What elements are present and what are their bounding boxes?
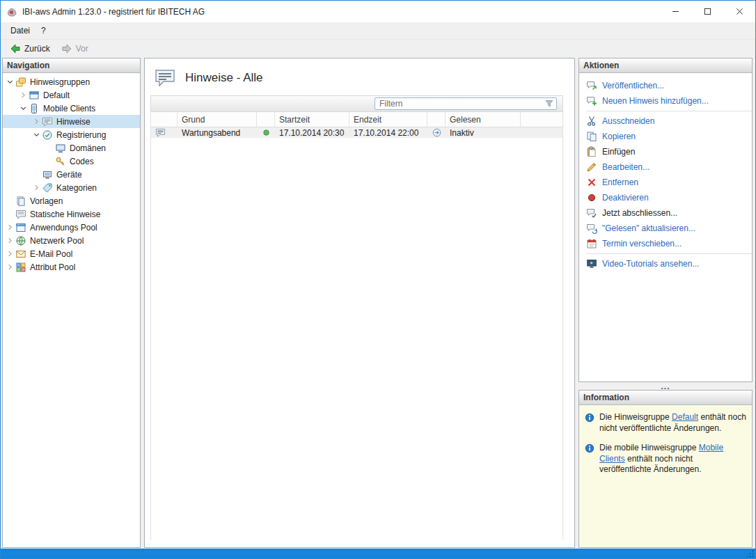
action-veroffentlichen[interactable]: Veröffentlichen... — [579, 78, 752, 93]
column-header-blank[interactable] — [257, 112, 275, 127]
action-video-tutorials-ansehen[interactable]: Video-Tutorials ansehen... — [579, 256, 752, 271]
minimize-button[interactable] — [659, 1, 691, 22]
video-icon — [586, 258, 597, 269]
info-link-default[interactable]: Default — [672, 412, 698, 422]
information-panel-header: Information — [579, 391, 752, 405]
navigation-panel-header: Navigation — [3, 58, 140, 73]
expand-chevron-icon[interactable] — [5, 262, 15, 272]
resize-grip[interactable] — [746, 549, 755, 558]
reschedule-icon — [586, 238, 597, 249]
table-row-wartungsabend[interactable]: Wartungsabend17.10.2014 20:3017.10.2014 … — [151, 127, 562, 138]
action-label: Deaktivieren — [602, 193, 649, 203]
column-header-blank[interactable] — [427, 112, 446, 127]
menu-help[interactable]: ? — [36, 24, 52, 38]
action-label: Veröffentlichen... — [602, 81, 664, 90]
action-kopieren[interactable]: Kopieren — [579, 129, 752, 144]
maximize-button[interactable] — [691, 1, 723, 22]
action-entfernen[interactable]: Entfernen — [579, 175, 752, 190]
window-title: IBI-aws Admin 1.23.0 - registriert für I… — [22, 7, 205, 17]
info-text: Die mobile Hinweisgruppe Mobile Clients … — [599, 443, 746, 475]
action-deaktivieren[interactable]: Deaktivieren — [579, 190, 752, 205]
edit-icon — [586, 162, 597, 173]
back-button[interactable]: Zurück — [5, 42, 55, 56]
table-header: GrundStartzeitEndzeitGelesen — [151, 112, 562, 127]
nav-item-statische-hinweise[interactable]: Statische Hinweise — [3, 207, 140, 221]
expand-chevron-icon[interactable] — [31, 182, 42, 193]
panel-splitter[interactable]: ... — [578, 382, 753, 390]
expand-chevron-icon[interactable] — [5, 249, 15, 259]
nav-item-hinweise[interactable]: Hinweise — [3, 115, 140, 128]
tags-icon — [42, 182, 53, 194]
no-chevron — [5, 196, 15, 206]
cell-type — [151, 127, 178, 138]
nav-item-label: Statische Hinweise — [30, 210, 100, 219]
action-gelesen-aktualisieren[interactable]: "Gelesen" aktualisieren... — [579, 221, 752, 236]
filter-input[interactable] — [375, 97, 557, 110]
column-header-endzeit[interactable]: Endzeit — [349, 112, 427, 127]
nav-item-domanen[interactable]: Domänen — [3, 141, 140, 155]
nav-item-vorlagen[interactable]: Vorlagen — [3, 194, 140, 207]
action-termin-verschieben[interactable]: Termin verschieben... — [579, 236, 752, 251]
action-bearbeiten[interactable]: Bearbeiten... — [579, 159, 752, 175]
titlebar: IBI-aws Admin 1.23.0 - registriert für I… — [1, 1, 755, 22]
action-separator — [586, 253, 752, 254]
app-pool-icon — [15, 222, 26, 233]
nav-item-codes[interactable]: Codes — [3, 155, 140, 168]
hint-icon — [42, 116, 53, 127]
column-header-gelesen[interactable]: Gelesen — [446, 112, 521, 127]
back-arrow-icon — [10, 43, 21, 54]
menu-datei[interactable]: Datei — [5, 24, 36, 38]
action-label: Entfernen — [602, 178, 638, 187]
nav-item-netzwerk-pool[interactable]: Netzwerk Pool — [3, 234, 140, 247]
action-jetzt-abschliessen[interactable]: Jetzt abschliessen... — [579, 205, 752, 221]
expand-chevron-icon[interactable] — [31, 116, 42, 127]
expand-chevron-icon[interactable] — [5, 222, 15, 233]
window-controls — [659, 1, 755, 22]
nav-item-label: Geräte — [56, 170, 82, 180]
action-label: Ausschneiden — [602, 116, 654, 126]
registration-icon — [42, 129, 53, 141]
nav-item-e-mail-pool[interactable]: E-Mail Pool — [3, 247, 140, 260]
nav-item-mobile-clients[interactable]: Mobile Clients — [3, 102, 140, 115]
main-panel: Hinweise - Alle GrundStartzeitEndzeitGel… — [144, 58, 575, 548]
close-button[interactable] — [723, 1, 755, 22]
expand-chevron-icon[interactable] — [18, 90, 29, 100]
nav-item-attribut-pool[interactable]: Attribut Pool — [3, 260, 140, 274]
forward-button-label: Vor — [76, 44, 88, 54]
column-header-grund[interactable]: Grund — [178, 112, 257, 127]
read-state-icon — [432, 127, 442, 138]
forward-button[interactable]: Vor — [56, 42, 93, 56]
collapse-chevron-icon[interactable] — [31, 129, 42, 140]
action-einfugen[interactable]: Einfügen — [579, 144, 752, 159]
nav-item-kategorien[interactable]: Kategorien — [3, 181, 140, 194]
action-ausschneiden[interactable]: Ausschneiden — [579, 113, 752, 129]
filter-funnel-icon[interactable] — [544, 99, 554, 109]
attribute-pool-icon — [15, 262, 26, 273]
app-icon — [6, 6, 17, 17]
filter-bar — [150, 95, 563, 112]
key-icon — [55, 156, 66, 167]
column-header-startzeit[interactable]: Startzeit — [275, 112, 349, 127]
copy-icon — [586, 131, 597, 142]
nav-item-registrierung[interactable]: Registrierung — [3, 128, 140, 141]
action-label: Video-Tutorials ansehen... — [602, 259, 699, 269]
nav-item-label: E-Mail Pool — [30, 249, 72, 259]
action-neuen-hinweis-hinzufugen[interactable]: Neuen Hinweis hinzufügen... — [579, 93, 752, 109]
nav-item-label: Registrierung — [56, 130, 106, 140]
nav-item-label: Attribut Pool — [30, 262, 75, 272]
cell-endzeit: 17.10.2014 22:00 — [349, 128, 427, 138]
nav-item-default[interactable]: Default — [3, 88, 140, 102]
finish-icon — [586, 207, 597, 219]
column-header-blank[interactable] — [151, 112, 178, 127]
mobile-icon — [29, 103, 40, 114]
collapse-chevron-icon[interactable] — [18, 103, 29, 113]
navigation-panel: Navigation HinweisgruppenDefaultMobile C… — [2, 58, 141, 548]
nav-item-anwendungs-pool[interactable]: Anwendungs Pool — [3, 221, 140, 234]
hints-page-icon — [155, 68, 175, 87]
expand-chevron-icon[interactable] — [5, 235, 15, 246]
nav-item-hinweisgruppen[interactable]: Hinweisgruppen — [3, 75, 140, 88]
collapse-chevron-icon[interactable] — [5, 77, 15, 87]
nav-item-gerate[interactable]: Geräte — [3, 168, 140, 181]
action-label: Kopieren — [602, 132, 636, 141]
cell-startzeit: 17.10.2014 20:30 — [275, 128, 349, 138]
